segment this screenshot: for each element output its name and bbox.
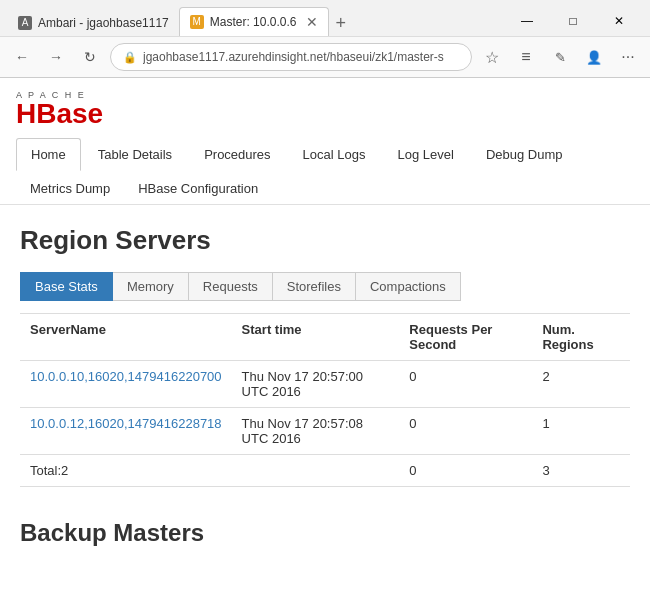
new-tab-button[interactable]: + — [329, 11, 352, 36]
sub-tabs: Base Stats Memory Requests Storefiles Co… — [20, 272, 630, 301]
refresh-button[interactable]: ↻ — [76, 43, 104, 71]
backup-masters-section: Backup Masters — [20, 519, 630, 547]
hbase-logo: A P A C H E HBase — [16, 90, 634, 128]
sub-tab-storefiles[interactable]: Storefiles — [272, 272, 356, 301]
nav-tab-debug-dump[interactable]: Debug Dump — [471, 138, 578, 171]
backup-masters-title: Backup Masters — [20, 519, 630, 547]
server-name-link-1[interactable]: 10.0.0.12,16020,1479416228718 — [30, 416, 222, 431]
nav-tab-procedures[interactable]: Procedures — [189, 138, 285, 171]
close-button[interactable]: ✕ — [596, 6, 642, 36]
menu-icon[interactable]: ≡ — [512, 43, 540, 71]
nav-row1: Home Table Details Procedures Local Logs… — [16, 138, 634, 204]
more-icon[interactable]: ··· — [614, 43, 642, 71]
browser-controls: ← → ↻ 🔒 jgaohbase1117.azurehdinsight.net… — [0, 36, 650, 77]
tab-close-icon[interactable]: ✕ — [306, 14, 318, 30]
regions-cell-1: 1 — [532, 408, 630, 455]
total-requests: 0 — [399, 455, 532, 487]
nav-tabs-row2: Metrics Dump HBase Configuration — [16, 171, 634, 204]
page-content: A P A C H E HBase Home Table Details Pro… — [0, 78, 650, 582]
col-server-name: ServerName — [20, 314, 232, 361]
requests-cell-1: 0 — [399, 408, 532, 455]
nav-tabs-row1: Home Table Details Procedures Local Logs… — [16, 138, 634, 171]
sub-tab-compactions[interactable]: Compactions — [355, 272, 461, 301]
browser-chrome: A Ambari - jgaohbase1117 M Master: 10.0.… — [0, 0, 650, 78]
start-time-cell-1: Thu Nov 17 20:57:08 UTC 2016 — [232, 408, 400, 455]
maximize-button[interactable]: □ — [550, 6, 596, 36]
title-bar: A Ambari - jgaohbase1117 M Master: 10.0.… — [0, 0, 650, 36]
ambari-tab-label: Ambari - jgaohbase1117 — [38, 16, 169, 30]
lock-icon: 🔒 — [123, 51, 137, 64]
table-header-row: ServerName Start time Requests Per Secon… — [20, 314, 630, 361]
sub-tab-memory[interactable]: Memory — [112, 272, 189, 301]
regions-cell-0: 2 — [532, 361, 630, 408]
bookmark-icon[interactable]: ☆ — [478, 43, 506, 71]
total-row: Total:2 0 3 — [20, 455, 630, 487]
browser-actions: ☆ ≡ ✎ 👤 ··· — [478, 43, 642, 71]
master-tab-label: Master: 10.0.0.6 — [210, 15, 297, 29]
server-name-cell-1: 10.0.0.12,16020,1479416228718 — [20, 408, 232, 455]
tab-ambari[interactable]: A Ambari - jgaohbase1117 — [8, 10, 179, 36]
forward-button[interactable]: → — [42, 43, 70, 71]
address-text: jgaohbase1117.azurehdinsight.net/hbaseui… — [143, 50, 459, 64]
nav-tab-metrics-dump[interactable]: Metrics Dump — [16, 177, 124, 204]
col-requests-per-second: Requests Per Second — [399, 314, 532, 361]
total-label: Total:2 — [20, 455, 232, 487]
sub-tab-base-stats[interactable]: Base Stats — [20, 272, 113, 301]
region-servers-title: Region Servers — [20, 225, 630, 256]
table-row: 10.0.0.12,16020,1479416228718 Thu Nov 17… — [20, 408, 630, 455]
minimize-button[interactable]: — — [504, 6, 550, 36]
hbase-header: A P A C H E HBase Home Table Details Pro… — [0, 78, 650, 205]
logo-block: A P A C H E HBase — [16, 90, 103, 128]
tab-master[interactable]: M Master: 10.0.0.6 ✕ — [179, 7, 330, 36]
nav-tab-home[interactable]: Home — [16, 138, 81, 171]
server-name-link-0[interactable]: 10.0.0.10,16020,1479416220700 — [30, 369, 222, 384]
nav-tab-table-details[interactable]: Table Details — [83, 138, 187, 171]
nav-tab-log-level[interactable]: Log Level — [383, 138, 469, 171]
main-content: Region Servers Base Stats Memory Request… — [0, 205, 650, 571]
region-servers-table: ServerName Start time Requests Per Secon… — [20, 313, 630, 487]
window-controls: — □ ✕ — [504, 6, 642, 36]
col-start-time: Start time — [232, 314, 400, 361]
nav-tab-local-logs[interactable]: Local Logs — [288, 138, 381, 171]
edit-icon[interactable]: ✎ — [546, 43, 574, 71]
nav-tab-hbase-config[interactable]: HBase Configuration — [124, 177, 272, 204]
table-row: 10.0.0.10,16020,1479416220700 Thu Nov 17… — [20, 361, 630, 408]
start-time-cell-0: Thu Nov 17 20:57:00 UTC 2016 — [232, 361, 400, 408]
server-name-cell-0: 10.0.0.10,16020,1479416220700 — [20, 361, 232, 408]
total-start-time — [232, 455, 400, 487]
ambari-tab-icon: A — [18, 16, 32, 30]
hbase-text: HBase — [16, 98, 103, 129]
tabs-row: A Ambari - jgaohbase1117 M Master: 10.0.… — [8, 7, 500, 36]
col-num-regions: Num. Regions — [532, 314, 630, 361]
user-icon[interactable]: 👤 — [580, 43, 608, 71]
sub-tab-requests[interactable]: Requests — [188, 272, 273, 301]
requests-cell-0: 0 — [399, 361, 532, 408]
back-button[interactable]: ← — [8, 43, 36, 71]
master-tab-icon: M — [190, 15, 204, 29]
total-regions: 3 — [532, 455, 630, 487]
address-bar[interactable]: 🔒 jgaohbase1117.azurehdinsight.net/hbase… — [110, 43, 472, 71]
